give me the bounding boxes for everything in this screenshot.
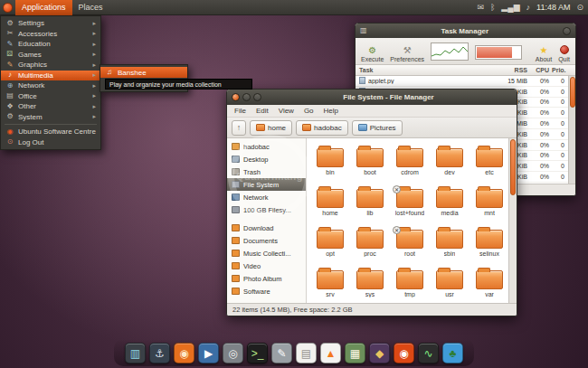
- close-button[interactable]: [232, 93, 240, 101]
- folder-item[interactable]: ✕ proc: [350, 227, 390, 268]
- folder-item[interactable]: ✕ root: [390, 227, 430, 268]
- menu-item[interactable]: ❖ Other ▸: [1, 101, 100, 112]
- folder-item[interactable]: ✕ lost+found: [390, 186, 430, 227]
- maximize-button[interactable]: [253, 93, 261, 101]
- quit-button[interactable]: Quit: [558, 45, 570, 62]
- dock-launcher-icon[interactable]: ▦: [345, 343, 365, 363]
- sidebar-item[interactable]: Documents: [227, 234, 306, 247]
- sidebar-item[interactable]: Music Collecti...: [227, 247, 306, 259]
- folder-item[interactable]: ✕ cdrom: [390, 146, 430, 186]
- folder-item[interactable]: ✕ opt: [310, 227, 350, 268]
- menubar-item[interactable]: View: [279, 107, 294, 115]
- file-manager-titlebar[interactable]: File System - File Manager: [227, 90, 517, 105]
- clock[interactable]: 11:48 AM: [536, 3, 570, 12]
- menu-item[interactable]: ⚄ Games ▸: [1, 50, 100, 61]
- dock-launcher-icon[interactable]: ∿: [418, 343, 439, 363]
- column-cpu[interactable]: CPU: [530, 67, 552, 73]
- menu-item[interactable]: ✎ Education ▸: [1, 39, 100, 50]
- folder-item[interactable]: ✕ tmp: [390, 268, 430, 303]
- dock-launcher-icon[interactable]: ◎: [223, 343, 243, 363]
- menubar-item[interactable]: Help: [324, 107, 338, 115]
- dock-launcher-icon[interactable]: >_: [247, 343, 268, 363]
- scrollbar-thumb[interactable]: [570, 77, 575, 108]
- menu-item[interactable]: ✂ Accessories ▸: [1, 29, 100, 40]
- folder-item[interactable]: ✕ media: [430, 186, 469, 227]
- menu-item[interactable]: ⊕ Network ▸: [1, 80, 100, 91]
- task-manager-titlebar[interactable]: ▥ Task Manager: [356, 24, 575, 38]
- folder-item[interactable]: ✕ sys: [350, 268, 390, 303]
- breadcrumb-button[interactable]: Pictures: [352, 120, 403, 136]
- sidebar-item[interactable]: Desktop: [227, 153, 306, 165]
- menu-item[interactable]: ⊙ Log Out: [1, 137, 100, 148]
- close-button[interactable]: [563, 27, 571, 35]
- folder-item[interactable]: ✕ home: [310, 186, 350, 227]
- dock-launcher-icon[interactable]: ▲: [320, 343, 341, 363]
- menubar-item[interactable]: Edit: [256, 107, 269, 115]
- folder-item[interactable]: ✕ srv: [310, 268, 350, 303]
- breadcrumb-button[interactable]: home: [250, 120, 292, 136]
- no-access-emblem-icon: ✕: [393, 185, 401, 193]
- dock-launcher-icon[interactable]: ◉: [174, 343, 194, 363]
- folder-item[interactable]: ✕ mnt: [469, 186, 509, 227]
- folder-item[interactable]: ✕ dev: [430, 146, 469, 186]
- dock-launcher-icon[interactable]: ◉: [394, 343, 414, 363]
- scrollbar[interactable]: [508, 138, 517, 303]
- scrollbar-thumb[interactable]: [510, 139, 516, 195]
- sidebar-item[interactable]: Trash: [227, 165, 306, 178]
- menu-item[interactable]: ◉ Ubuntu Software Centre: [1, 127, 100, 137]
- submenu-item[interactable]: ♫ Banshee: [100, 67, 187, 78]
- table-header[interactable]: Task RSS CPU Prio.: [356, 65, 575, 76]
- folder-item[interactable]: ✕ etc: [469, 146, 509, 186]
- dock-launcher-icon[interactable]: ✎: [271, 343, 292, 363]
- dock-launcher-icon[interactable]: ▤: [296, 343, 317, 363]
- dock-launcher-icon[interactable]: ◆: [369, 343, 390, 363]
- dock-launcher-icon[interactable]: ⚓: [149, 343, 170, 363]
- sidebar-item[interactable]: Download: [227, 222, 306, 234]
- dock-launcher-icon[interactable]: ▶: [198, 343, 219, 363]
- process-cpu: 0%: [530, 142, 552, 148]
- sidebar-item[interactable]: Network: [227, 191, 306, 203]
- folder-item[interactable]: ✕ bin: [310, 146, 350, 186]
- dock-launcher-icon[interactable]: ♣: [442, 343, 463, 363]
- menu-item[interactable]: ⚙ Settings ▸: [1, 18, 100, 29]
- menu-item[interactable]: ▤ Office ▸: [1, 91, 100, 102]
- tray-icon[interactable]: ♪: [526, 4, 531, 12]
- scrollbar[interactable]: [568, 76, 575, 184]
- tray-icon[interactable]: ✉: [477, 4, 484, 12]
- menu-item[interactable]: ♪ Multimedia ▸: [1, 71, 100, 81]
- sidebar-item[interactable]: Photo Album: [227, 272, 306, 285]
- preferences-button[interactable]: ⚒ Preferences: [390, 46, 424, 62]
- menubar-item[interactable]: Go: [304, 107, 314, 115]
- folder-item[interactable]: ✕ selinux: [469, 227, 509, 268]
- nav-up-button[interactable]: ↑: [232, 120, 246, 136]
- tray-icon[interactable]: ▂▄▆: [501, 4, 519, 12]
- about-button[interactable]: ★ About: [536, 46, 552, 62]
- sidebar-item[interactable]: File System: [227, 178, 306, 191]
- folder-item[interactable]: ✕ sbin: [430, 227, 469, 268]
- menu-item[interactable]: ⚙ System ▸: [1, 112, 100, 123]
- sidebar-item[interactable]: 100 GB Filesy...: [227, 203, 306, 216]
- menu-item[interactable]: ✎ Graphics ▸: [1, 60, 100, 71]
- sidebar-item[interactable]: Video: [227, 259, 306, 272]
- folder-item[interactable]: ✕ var: [469, 268, 509, 303]
- dock-launcher-icon[interactable]: ▥: [125, 343, 146, 363]
- process-row[interactable]: applet.py 15 MiB 0% 0: [356, 76, 575, 87]
- folder-item[interactable]: ✕ boot: [350, 146, 390, 186]
- places-menu-button[interactable]: Places: [72, 0, 109, 15]
- tray-icon[interactable]: ᛒ: [490, 4, 495, 12]
- menubar-item[interactable]: File: [234, 107, 246, 115]
- session-menu-icon[interactable]: ⊙: [576, 4, 583, 12]
- folder-item[interactable]: ✕ usr: [430, 268, 469, 303]
- minimize-button[interactable]: [242, 93, 251, 101]
- cpu-graph: [431, 42, 469, 61]
- column-rss[interactable]: RSS: [494, 67, 530, 73]
- column-task[interactable]: Task: [356, 67, 494, 73]
- folder-item[interactable]: ✕ lib: [350, 186, 390, 227]
- column-prio[interactable]: Prio.: [552, 67, 575, 73]
- execute-button[interactable]: ⚙ Execute: [361, 46, 384, 62]
- sidebar-item[interactable]: Software: [227, 285, 306, 297]
- breadcrumb-label: home: [268, 124, 286, 132]
- breadcrumb-button[interactable]: hadobac: [296, 120, 348, 136]
- sidebar-item[interactable]: hadobac: [227, 140, 306, 153]
- applications-menu-button[interactable]: Applications: [15, 0, 72, 15]
